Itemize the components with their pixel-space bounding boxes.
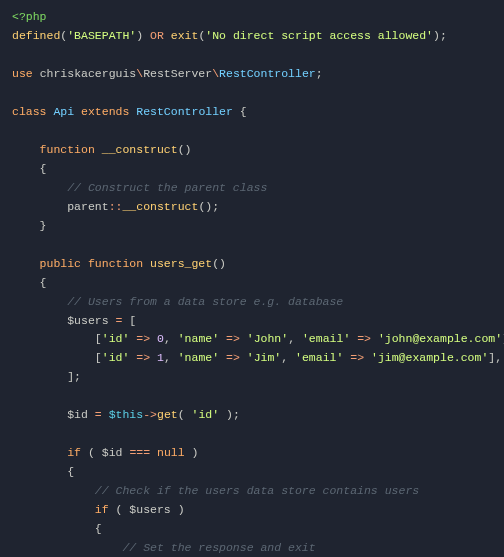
kw-use: use bbox=[12, 67, 33, 80]
comment: // Users from a data store e.g. database bbox=[67, 295, 343, 308]
comment: // Set the response and exit bbox=[122, 541, 315, 554]
php-open-tag: <?php bbox=[12, 10, 47, 23]
comment: // Check if the users data store contain… bbox=[95, 484, 419, 497]
fn-defined: defined bbox=[12, 29, 60, 42]
code-block: <?php defined('BASEPATH') OR exit('No di… bbox=[12, 8, 492, 557]
comment: // Construct the parent class bbox=[67, 181, 267, 194]
kw-class: class bbox=[12, 105, 47, 118]
kw-function: function bbox=[40, 143, 95, 156]
